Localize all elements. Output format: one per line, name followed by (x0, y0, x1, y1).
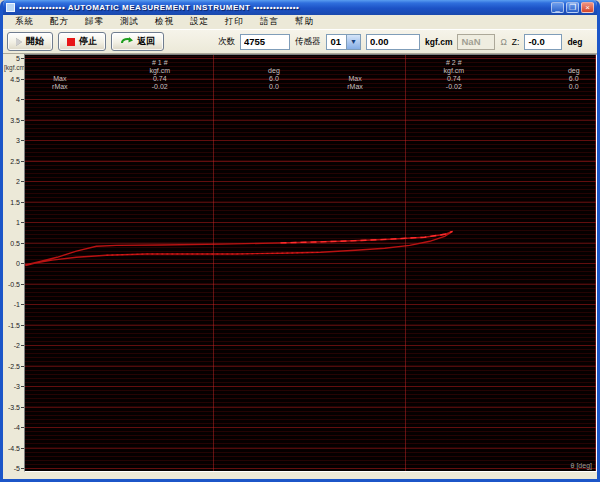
menu-bar: 系統 配方 歸零 測試 檢視 設定 打印 語言 幫助 (3, 15, 597, 30)
vertical-gridline (595, 55, 596, 471)
torque-angle-hysteresis-loop (25, 231, 453, 265)
menu-language[interactable]: 語言 (252, 16, 287, 28)
stat-row-label: rMax (347, 83, 363, 90)
y-tick-label: 5 (16, 55, 20, 62)
y-tick-label: 0.5 (10, 240, 20, 247)
y-tick-label: 2 (16, 178, 20, 185)
channel-unit: kgf.cm (149, 67, 170, 74)
return-button[interactable]: 返回 (111, 32, 164, 51)
chevron-down-icon: ▼ (346, 35, 360, 49)
stat-row-label: rMax (52, 83, 68, 90)
sensor-select[interactable]: 01 ▼ (326, 34, 362, 50)
y-tick-label: -2 (14, 342, 20, 349)
sensor-select-value: 01 (327, 35, 347, 49)
stat-row-label: Max (348, 75, 361, 82)
y-tick-label: 3.5 (10, 117, 20, 124)
resistance-unit-label: Ω (500, 37, 506, 47)
title-bar: •••••••••••••• AUTOMATIC MEASUREMENT INS… (3, 0, 597, 15)
y-tick-label: 1 (16, 219, 20, 226)
menu-recipe[interactable]: 配方 (42, 16, 77, 28)
stop-button[interactable]: 停止 (58, 32, 106, 51)
chart-region: [kgf.cm] 54.543.532.521.510.50-0.5-1-1.5… (3, 54, 597, 479)
x-axis-label: θ [deg] (571, 462, 592, 469)
menu-help[interactable]: 幫助 (287, 16, 322, 28)
y-tick-label: -0.5 (8, 281, 20, 288)
y-tick-label: 2.5 (10, 158, 20, 165)
channel-unit: deg (268, 67, 280, 74)
y-tick-label: -2.5 (8, 363, 20, 370)
menu-settings[interactable]: 設定 (182, 16, 217, 28)
close-button[interactable]: × (581, 2, 594, 13)
y-tick-label: 0 (16, 260, 20, 267)
stop-icon (67, 38, 75, 46)
y-tick-label: 4 (16, 96, 20, 103)
curve-svg (25, 55, 596, 471)
channel-unit: deg (568, 67, 580, 74)
app-icon (6, 3, 15, 12)
count-label: 次数 (218, 36, 235, 48)
stat-value: 0.0 (269, 83, 279, 90)
toolbar: 開始 停止 返回 次数 传感器 01 ▼ kgf.cm Ω Z: deg (3, 30, 597, 54)
channel-unit: kgf.cm (444, 67, 465, 74)
vertical-gridline (213, 55, 214, 471)
stat-value: 0.0 (569, 83, 579, 90)
y-tick-label: 4.5 (10, 76, 20, 83)
y-axis: [kgf.cm] 54.543.532.521.510.50-0.5-1-1.5… (3, 54, 24, 474)
maximize-button[interactable]: ❐ (566, 2, 579, 13)
return-button-label: 返回 (137, 35, 155, 48)
y-tick-label: -5 (14, 465, 20, 472)
y-tick-label: 1.5 (10, 199, 20, 206)
minimize-button[interactable]: _ (551, 2, 564, 13)
resistance-input (457, 34, 495, 50)
z-input[interactable] (524, 34, 562, 50)
channel-title: # 1 # (152, 59, 168, 66)
menu-print[interactable]: 打印 (217, 16, 252, 28)
return-arrow-icon (120, 37, 133, 47)
channel-title: # 2 # (446, 59, 462, 66)
z-label: Z: (512, 37, 520, 47)
sensor-label: 传感器 (295, 36, 321, 48)
y-tick-label: 3 (16, 137, 20, 144)
window-title: •••••••••••••• AUTOMATIC MEASUREMENT INS… (19, 3, 551, 12)
y-tick-label: -1 (14, 301, 20, 308)
torque-unit-label: kgf.cm (425, 37, 452, 47)
menu-test[interactable]: 測試 (112, 16, 147, 28)
y-tick-label: -3.5 (8, 404, 20, 411)
torque-input[interactable] (366, 34, 420, 50)
count-input[interactable] (240, 34, 290, 50)
y-tick-label: -1.5 (8, 322, 20, 329)
stat-value: 0.74 (153, 75, 167, 82)
y-tick-label: -4 (14, 424, 20, 431)
vertical-gridline (405, 55, 406, 471)
stat-value: -0.02 (152, 83, 168, 90)
z-unit-label: deg (567, 37, 582, 47)
menu-view[interactable]: 檢視 (147, 16, 182, 28)
y-tick-label: -3 (14, 383, 20, 390)
menu-zero[interactable]: 歸零 (77, 16, 112, 28)
stat-value: 6.0 (269, 75, 279, 82)
play-icon (16, 38, 22, 46)
y-tick-label: -4.5 (8, 445, 20, 452)
app-window: •••••••••••••• AUTOMATIC MEASUREMENT INS… (0, 0, 600, 482)
start-button[interactable]: 開始 (7, 32, 53, 51)
start-button-label: 開始 (26, 35, 44, 48)
stat-value: 6.0 (569, 75, 579, 82)
stat-value: 0.74 (447, 75, 461, 82)
plot-area: θ [deg] # 1 #kgf.cmdegMax0.746.0rMax-0.0… (24, 54, 597, 472)
stat-row-label: Max (53, 75, 66, 82)
stat-value: -0.02 (446, 83, 462, 90)
stop-button-label: 停止 (79, 35, 97, 48)
menu-system[interactable]: 系統 (7, 16, 42, 28)
